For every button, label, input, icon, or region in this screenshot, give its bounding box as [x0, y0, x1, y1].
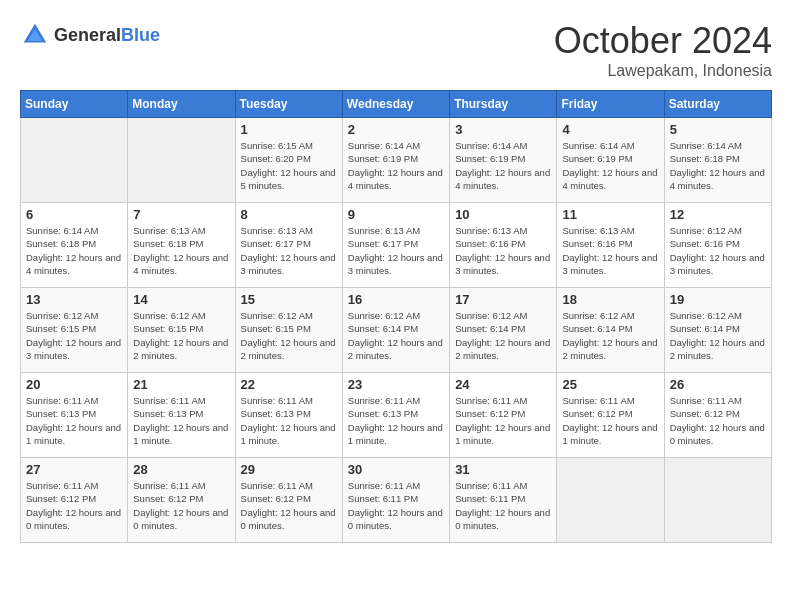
day-cell: 18Sunrise: 6:12 AM Sunset: 6:14 PM Dayli… [557, 288, 664, 373]
day-info: Sunrise: 6:11 AM Sunset: 6:12 PM Dayligh… [455, 394, 551, 447]
day-info: Sunrise: 6:11 AM Sunset: 6:12 PM Dayligh… [241, 479, 337, 532]
day-info: Sunrise: 6:12 AM Sunset: 6:14 PM Dayligh… [348, 309, 444, 362]
day-info: Sunrise: 6:11 AM Sunset: 6:12 PM Dayligh… [670, 394, 766, 447]
day-cell: 30Sunrise: 6:11 AM Sunset: 6:11 PM Dayli… [342, 458, 449, 543]
day-info: Sunrise: 6:14 AM Sunset: 6:18 PM Dayligh… [26, 224, 122, 277]
day-cell: 23Sunrise: 6:11 AM Sunset: 6:13 PM Dayli… [342, 373, 449, 458]
day-number: 9 [348, 207, 444, 222]
day-info: Sunrise: 6:11 AM Sunset: 6:12 PM Dayligh… [562, 394, 658, 447]
day-cell: 10Sunrise: 6:13 AM Sunset: 6:16 PM Dayli… [450, 203, 557, 288]
day-info: Sunrise: 6:11 AM Sunset: 6:13 PM Dayligh… [26, 394, 122, 447]
logo-icon [20, 20, 50, 50]
day-cell: 14Sunrise: 6:12 AM Sunset: 6:15 PM Dayli… [128, 288, 235, 373]
day-info: Sunrise: 6:14 AM Sunset: 6:19 PM Dayligh… [348, 139, 444, 192]
day-cell: 12Sunrise: 6:12 AM Sunset: 6:16 PM Dayli… [664, 203, 771, 288]
calendar-body: 1Sunrise: 6:15 AM Sunset: 6:20 PM Daylig… [21, 118, 772, 543]
day-info: Sunrise: 6:13 AM Sunset: 6:17 PM Dayligh… [348, 224, 444, 277]
day-number: 12 [670, 207, 766, 222]
day-info: Sunrise: 6:11 AM Sunset: 6:13 PM Dayligh… [133, 394, 229, 447]
day-cell: 11Sunrise: 6:13 AM Sunset: 6:16 PM Dayli… [557, 203, 664, 288]
day-number: 6 [26, 207, 122, 222]
day-info: Sunrise: 6:11 AM Sunset: 6:13 PM Dayligh… [241, 394, 337, 447]
day-cell: 9Sunrise: 6:13 AM Sunset: 6:17 PM Daylig… [342, 203, 449, 288]
day-cell: 13Sunrise: 6:12 AM Sunset: 6:15 PM Dayli… [21, 288, 128, 373]
weekday-header-saturday: Saturday [664, 91, 771, 118]
day-number: 24 [455, 377, 551, 392]
day-cell: 20Sunrise: 6:11 AM Sunset: 6:13 PM Dayli… [21, 373, 128, 458]
day-cell: 27Sunrise: 6:11 AM Sunset: 6:12 PM Dayli… [21, 458, 128, 543]
day-cell [557, 458, 664, 543]
day-cell [21, 118, 128, 203]
day-number: 31 [455, 462, 551, 477]
day-info: Sunrise: 6:12 AM Sunset: 6:15 PM Dayligh… [133, 309, 229, 362]
day-number: 15 [241, 292, 337, 307]
day-info: Sunrise: 6:14 AM Sunset: 6:18 PM Dayligh… [670, 139, 766, 192]
day-number: 7 [133, 207, 229, 222]
weekday-header-monday: Monday [128, 91, 235, 118]
day-number: 3 [455, 122, 551, 137]
day-cell: 17Sunrise: 6:12 AM Sunset: 6:14 PM Dayli… [450, 288, 557, 373]
day-cell: 1Sunrise: 6:15 AM Sunset: 6:20 PM Daylig… [235, 118, 342, 203]
day-info: Sunrise: 6:13 AM Sunset: 6:16 PM Dayligh… [562, 224, 658, 277]
week-row-3: 13Sunrise: 6:12 AM Sunset: 6:15 PM Dayli… [21, 288, 772, 373]
logo: GeneralBlue [20, 20, 160, 50]
weekday-header-friday: Friday [557, 91, 664, 118]
day-cell [664, 458, 771, 543]
day-number: 14 [133, 292, 229, 307]
day-number: 2 [348, 122, 444, 137]
day-cell: 4Sunrise: 6:14 AM Sunset: 6:19 PM Daylig… [557, 118, 664, 203]
day-info: Sunrise: 6:12 AM Sunset: 6:15 PM Dayligh… [241, 309, 337, 362]
calendar-header: SundayMondayTuesdayWednesdayThursdayFrid… [21, 91, 772, 118]
day-number: 27 [26, 462, 122, 477]
day-number: 1 [241, 122, 337, 137]
day-cell: 21Sunrise: 6:11 AM Sunset: 6:13 PM Dayli… [128, 373, 235, 458]
day-info: Sunrise: 6:13 AM Sunset: 6:16 PM Dayligh… [455, 224, 551, 277]
day-info: Sunrise: 6:12 AM Sunset: 6:14 PM Dayligh… [562, 309, 658, 362]
day-info: Sunrise: 6:11 AM Sunset: 6:11 PM Dayligh… [348, 479, 444, 532]
day-info: Sunrise: 6:14 AM Sunset: 6:19 PM Dayligh… [455, 139, 551, 192]
day-cell: 5Sunrise: 6:14 AM Sunset: 6:18 PM Daylig… [664, 118, 771, 203]
day-cell: 29Sunrise: 6:11 AM Sunset: 6:12 PM Dayli… [235, 458, 342, 543]
day-cell: 25Sunrise: 6:11 AM Sunset: 6:12 PM Dayli… [557, 373, 664, 458]
month-title: October 2024 [554, 20, 772, 62]
weekday-header-wednesday: Wednesday [342, 91, 449, 118]
day-number: 29 [241, 462, 337, 477]
day-number: 13 [26, 292, 122, 307]
day-number: 19 [670, 292, 766, 307]
day-info: Sunrise: 6:12 AM Sunset: 6:16 PM Dayligh… [670, 224, 766, 277]
weekday-header-tuesday: Tuesday [235, 91, 342, 118]
day-info: Sunrise: 6:11 AM Sunset: 6:11 PM Dayligh… [455, 479, 551, 532]
day-number: 11 [562, 207, 658, 222]
day-number: 4 [562, 122, 658, 137]
day-info: Sunrise: 6:11 AM Sunset: 6:12 PM Dayligh… [26, 479, 122, 532]
day-number: 8 [241, 207, 337, 222]
day-info: Sunrise: 6:11 AM Sunset: 6:13 PM Dayligh… [348, 394, 444, 447]
day-number: 5 [670, 122, 766, 137]
day-cell: 28Sunrise: 6:11 AM Sunset: 6:12 PM Dayli… [128, 458, 235, 543]
day-cell: 7Sunrise: 6:13 AM Sunset: 6:18 PM Daylig… [128, 203, 235, 288]
logo-blue: Blue [121, 25, 160, 45]
day-cell: 15Sunrise: 6:12 AM Sunset: 6:15 PM Dayli… [235, 288, 342, 373]
day-cell: 2Sunrise: 6:14 AM Sunset: 6:19 PM Daylig… [342, 118, 449, 203]
day-number: 21 [133, 377, 229, 392]
day-number: 20 [26, 377, 122, 392]
day-cell: 31Sunrise: 6:11 AM Sunset: 6:11 PM Dayli… [450, 458, 557, 543]
day-info: Sunrise: 6:12 AM Sunset: 6:15 PM Dayligh… [26, 309, 122, 362]
calendar-table: SundayMondayTuesdayWednesdayThursdayFrid… [20, 90, 772, 543]
day-info: Sunrise: 6:12 AM Sunset: 6:14 PM Dayligh… [455, 309, 551, 362]
weekday-header-thursday: Thursday [450, 91, 557, 118]
day-number: 25 [562, 377, 658, 392]
day-cell [128, 118, 235, 203]
day-number: 28 [133, 462, 229, 477]
day-info: Sunrise: 6:13 AM Sunset: 6:18 PM Dayligh… [133, 224, 229, 277]
location-title: Lawepakam, Indonesia [554, 62, 772, 80]
day-number: 18 [562, 292, 658, 307]
day-number: 10 [455, 207, 551, 222]
day-number: 16 [348, 292, 444, 307]
week-row-5: 27Sunrise: 6:11 AM Sunset: 6:12 PM Dayli… [21, 458, 772, 543]
day-number: 26 [670, 377, 766, 392]
page-header: GeneralBlue October 2024 Lawepakam, Indo… [20, 20, 772, 80]
day-number: 23 [348, 377, 444, 392]
day-cell: 19Sunrise: 6:12 AM Sunset: 6:14 PM Dayli… [664, 288, 771, 373]
day-number: 22 [241, 377, 337, 392]
